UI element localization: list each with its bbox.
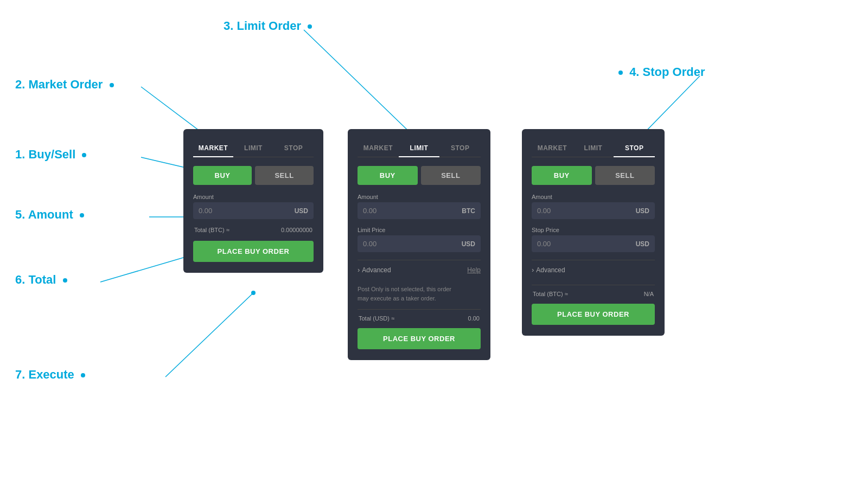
tab-limit-2[interactable]: LIMIT xyxy=(399,140,440,157)
annotation-limit-order: 3. Limit Order xyxy=(224,19,312,33)
total-row-3: Total (BTC) ≈ N/A xyxy=(532,285,655,297)
amount-currency-2: BTC xyxy=(462,207,475,215)
total-row-2: Total (USD) ≈ 0.00 xyxy=(358,309,481,322)
tab-stop-2[interactable]: STOP xyxy=(439,140,481,157)
tab-limit-1[interactable]: LIMIT xyxy=(233,140,273,157)
buy-sell-row-3: BUY SELL xyxy=(532,166,655,185)
amount-label-2: Amount xyxy=(358,194,481,200)
sell-button-1[interactable]: SELL xyxy=(255,166,314,185)
stop-price-label-3: Stop Price xyxy=(532,227,655,233)
annotation-stop-order: 4. Stop Order xyxy=(618,65,705,79)
amount-input-2[interactable] xyxy=(363,207,458,215)
amount-input-row-2: BTC xyxy=(358,202,481,219)
advanced-row-2: › Advanced Help xyxy=(358,260,481,279)
buy-button-2[interactable]: BUY xyxy=(358,166,418,185)
amount-input-row-3: USD xyxy=(532,202,655,219)
amount-label-1: Amount xyxy=(193,194,314,200)
panel-market: MARKET LIMIT STOP BUY SELL Amount USD To… xyxy=(183,129,323,273)
tab-limit-3[interactable]: LIMIT xyxy=(573,140,614,157)
amount-input-row-1: USD xyxy=(193,202,314,219)
advanced-label-3[interactable]: › Advanced xyxy=(532,266,565,274)
svg-line-10 xyxy=(100,255,193,282)
buy-sell-row-1: BUY SELL xyxy=(193,166,314,185)
place-order-button-2[interactable]: PLACE BUY ORDER xyxy=(358,328,481,349)
panel-limit-tabs: MARKET LIMIT STOP xyxy=(358,140,481,157)
amount-label-3: Amount xyxy=(532,194,655,200)
advanced-label-2[interactable]: › Advanced xyxy=(358,266,391,274)
total-value-1: 0.00000000 xyxy=(281,227,312,233)
annotation-market-order: 2. Market Order xyxy=(15,78,114,92)
svg-line-4 xyxy=(304,30,418,140)
place-order-button-3[interactable]: PLACE BUY ORDER xyxy=(532,304,655,325)
total-value-3: N/A xyxy=(644,291,654,297)
annotation-amount: 5. Amount xyxy=(15,208,84,222)
limit-price-input-row-2: USD xyxy=(358,235,481,252)
tab-stop-1[interactable]: STOP xyxy=(273,140,314,157)
limit-price-currency-2: USD xyxy=(462,240,475,248)
sell-button-3[interactable]: SELL xyxy=(595,166,655,185)
stop-price-input-3[interactable] xyxy=(537,240,633,248)
total-label-2: Total (USD) ≈ xyxy=(359,315,394,322)
amount-currency-3: USD xyxy=(636,207,649,215)
sell-button-2[interactable]: SELL xyxy=(421,166,481,185)
total-row-1: Total (BTC) ≈ 0.00000000 xyxy=(193,227,314,233)
amount-input-1[interactable] xyxy=(199,207,291,215)
tab-stop-3[interactable]: STOP xyxy=(614,140,655,157)
svg-point-13 xyxy=(251,291,256,295)
panel-stop: MARKET LIMIT STOP BUY SELL Amount USD St… xyxy=(522,129,665,336)
buy-button-3[interactable]: BUY xyxy=(532,166,592,185)
total-value-2: 0.00 xyxy=(468,315,480,322)
svg-line-12 xyxy=(165,293,253,377)
stop-price-input-row-3: USD xyxy=(532,235,655,252)
advanced-row-3: › Advanced xyxy=(532,260,655,279)
panel-stop-tabs: MARKET LIMIT STOP xyxy=(532,140,655,157)
tab-market-1[interactable]: MARKET xyxy=(193,140,233,157)
total-label-1: Total (BTC) ≈ xyxy=(194,227,229,233)
amount-currency-1: USD xyxy=(295,207,308,215)
amount-input-3[interactable] xyxy=(537,207,633,215)
annotation-total: 6. Total xyxy=(15,273,67,287)
advanced-note-2: Post Only is not selected, this order ma… xyxy=(358,285,481,303)
total-label-3: Total (BTC) ≈ xyxy=(533,291,568,297)
tab-market-2[interactable]: MARKET xyxy=(358,140,399,157)
annotation-execute: 7. Execute xyxy=(15,368,85,382)
panel-limit: MARKET LIMIT STOP BUY SELL Amount BTC Li… xyxy=(348,129,490,360)
panel-market-tabs: MARKET LIMIT STOP xyxy=(193,140,314,157)
buy-sell-row-2: BUY SELL xyxy=(358,166,481,185)
limit-price-input-2[interactable] xyxy=(363,240,458,248)
stop-price-currency-3: USD xyxy=(636,240,649,248)
annotation-buy-sell: 1. Buy/Sell xyxy=(15,148,86,162)
help-link-2[interactable]: Help xyxy=(467,266,481,274)
place-order-button-1[interactable]: PLACE BUY ORDER xyxy=(193,241,314,262)
tab-market-3[interactable]: MARKET xyxy=(532,140,573,157)
buy-button-1[interactable]: BUY xyxy=(193,166,252,185)
limit-price-label-2: Limit Price xyxy=(358,227,481,233)
page-container: 1. Buy/Sell 2. Market Order 3. Limit Ord… xyxy=(0,0,868,487)
